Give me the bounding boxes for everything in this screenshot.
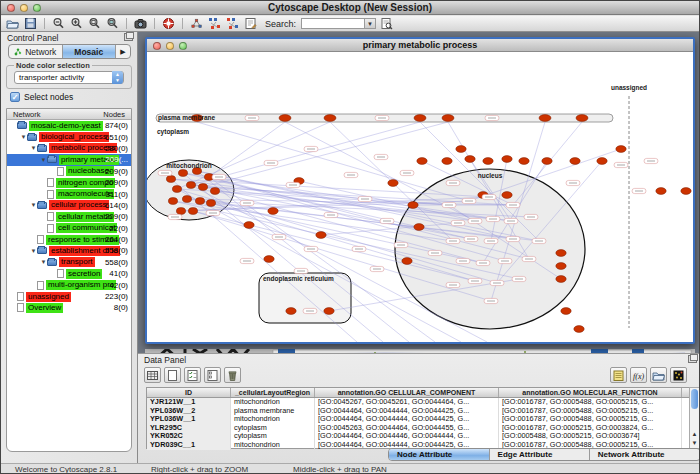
tab-edge-attribute-browser[interactable]: Edge Attribute Browser — [490, 449, 590, 460]
network-tree-row[interactable]: secretion41(0) — [7, 268, 131, 279]
network-node[interactable] — [417, 158, 427, 165]
function-builder-icon[interactable]: f(x) — [630, 367, 647, 383]
network-tree-row[interactable]: ▼metabolic process280(0) — [7, 143, 131, 154]
network-node[interactable] — [570, 158, 580, 165]
network-node[interactable] — [556, 276, 566, 283]
layout-red-icon[interactable] — [225, 17, 240, 30]
network-node[interactable] — [182, 196, 191, 203]
network-node[interactable] — [264, 256, 274, 263]
unselect-attributes-icon[interactable] — [204, 367, 221, 383]
table-row[interactable]: YPL036W__1mitochondrion[GO:0044464, GO:0… — [147, 415, 690, 424]
tab-network[interactable]: Network — [9, 45, 63, 58]
expand-triangle-icon[interactable]: ▼ — [40, 157, 47, 163]
select-attributes-icon[interactable] — [184, 367, 201, 383]
network-node[interactable] — [186, 182, 195, 189]
node-color-dropdown[interactable]: transporter activity ▲▼ — [14, 71, 124, 84]
scroll-up-icon[interactable]: ▲ — [690, 430, 699, 439]
expand-triangle-icon[interactable]: ▼ — [30, 145, 37, 151]
network-graph[interactable]: plasma membranecytoplasmmitochondrionnuc… — [147, 52, 693, 342]
open-session-icon[interactable] — [5, 17, 20, 30]
zoom-in-icon[interactable] — [69, 17, 84, 30]
table-row[interactable]: YLR295Ccytoplasm[GO:0045263, GO:0044464,… — [147, 424, 690, 433]
network-node[interactable] — [681, 188, 691, 195]
search-dropdown-icon[interactable]: ▼ — [365, 18, 376, 29]
network-view-window[interactable]: primary metabolic process plasma membran… — [145, 37, 695, 344]
expand-triangle-icon[interactable]: ▼ — [20, 134, 27, 140]
network-node[interactable] — [195, 198, 204, 205]
network-node[interactable] — [206, 200, 215, 207]
network-tree-row[interactable]: ▼primary metabo209(... — [7, 154, 131, 165]
matrix-icon[interactable] — [670, 367, 687, 383]
network-tree-row[interactable]: ▼cellular process614(0) — [7, 200, 131, 211]
network-node[interactable] — [556, 250, 566, 257]
import-attributes-icon[interactable] — [610, 367, 627, 383]
table-row[interactable]: YJR121W__1mitochondrion[GO:0045267, GO:0… — [147, 398, 690, 407]
network-node[interactable] — [268, 208, 278, 215]
network-node[interactable] — [483, 158, 493, 165]
network-node[interactable] — [324, 308, 334, 315]
search-input[interactable] — [301, 18, 365, 29]
tab-mosaic[interactable]: Mosaic — [63, 45, 117, 58]
float-panel-icon[interactable] — [124, 33, 133, 41]
network-tree-row[interactable]: response to stimulu264(0) — [7, 234, 131, 245]
network-icon[interactable] — [189, 17, 204, 30]
attribute-table-header[interactable]: ID_cellularLayoutRegionannotation.GO CEL… — [147, 388, 690, 398]
network-node[interactable] — [502, 156, 512, 163]
expand-triangle-icon[interactable]: ▼ — [30, 248, 37, 254]
snapshot-camera-icon[interactable] — [133, 17, 148, 30]
network-node[interactable] — [188, 208, 197, 215]
network-node[interactable] — [178, 170, 187, 177]
layout-blue-icon[interactable] — [207, 17, 222, 30]
network-tree-row[interactable]: cellular metabo209(0) — [7, 211, 131, 222]
expand-triangle-icon[interactable]: ▼ — [30, 202, 37, 208]
delete-attribute-icon[interactable] — [224, 367, 241, 383]
zoom-fit-icon[interactable] — [87, 17, 102, 30]
network-node[interactable] — [616, 146, 626, 153]
network-node[interactable] — [198, 184, 207, 191]
network-tree-header[interactable]: Network Nodes — [7, 109, 131, 120]
select-nodes-checkbox[interactable]: ✓ — [10, 92, 20, 102]
network-node[interactable] — [442, 115, 454, 122]
scrollbar-thumb[interactable] — [691, 389, 698, 409]
network-canvas[interactable]: plasma membranecytoplasmmitochondrionnuc… — [147, 52, 693, 342]
network-node[interactable] — [176, 208, 185, 215]
network-node[interactable] — [244, 222, 254, 229]
column-header[interactable]: ID — [147, 388, 231, 397]
network-node[interactable] — [414, 224, 424, 231]
network-node[interactable] — [324, 115, 336, 122]
network-tree-row[interactable]: macromolecule311(0) — [7, 188, 131, 199]
table-row[interactable]: YKR052Ccytoplasm[GO:0044464, GO:0044446,… — [147, 432, 690, 441]
zoom-out-icon[interactable] — [51, 17, 66, 30]
network-node[interactable] — [656, 188, 666, 195]
network-node[interactable] — [502, 192, 512, 199]
network-window-titlebar[interactable]: primary metabolic process — [147, 39, 693, 52]
network-tree-row[interactable]: cell communicat22(0) — [7, 223, 131, 234]
network-tree-row[interactable]: Overview8(0) — [7, 302, 131, 313]
network-node[interactable] — [168, 198, 177, 205]
network-close-button[interactable] — [153, 42, 161, 50]
network-minimize-button[interactable] — [166, 42, 174, 50]
column-header[interactable]: _cellularLayoutRegion — [231, 388, 315, 397]
tab-node-attribute-browser[interactable]: Node Attribute Browser — [389, 449, 490, 460]
network-tree-row[interactable]: mosaic-demo-yeast874(0) — [7, 120, 131, 131]
network-node[interactable] — [166, 176, 175, 183]
help-lifering-icon[interactable] — [161, 17, 176, 30]
network-node[interactable] — [210, 188, 219, 195]
network-node[interactable] — [539, 115, 551, 122]
table-row[interactable]: YPL036W__2plasma membrane[GO:0044464, GO… — [147, 407, 690, 416]
network-node[interactable] — [402, 258, 412, 265]
network-node[interactable] — [597, 158, 607, 165]
tabs-overflow-arrow-icon[interactable]: ▶ — [116, 45, 130, 58]
table-scrollbar[interactable]: ▲ ▼ — [689, 387, 700, 449]
network-zoom-button[interactable] — [179, 42, 187, 50]
network-node[interactable] — [279, 115, 291, 122]
save-session-icon[interactable] — [23, 17, 38, 30]
new-attribute-icon[interactable] — [164, 367, 181, 383]
network-node[interactable] — [286, 308, 296, 315]
network-tree-row[interactable]: ▼establishment of lo558(0) — [7, 245, 131, 256]
zoom-selected-icon[interactable] — [105, 17, 120, 30]
network-node[interactable] — [576, 115, 588, 122]
network-node[interactable] — [442, 158, 452, 165]
close-button[interactable] — [7, 4, 15, 12]
network-node[interactable] — [388, 180, 398, 187]
